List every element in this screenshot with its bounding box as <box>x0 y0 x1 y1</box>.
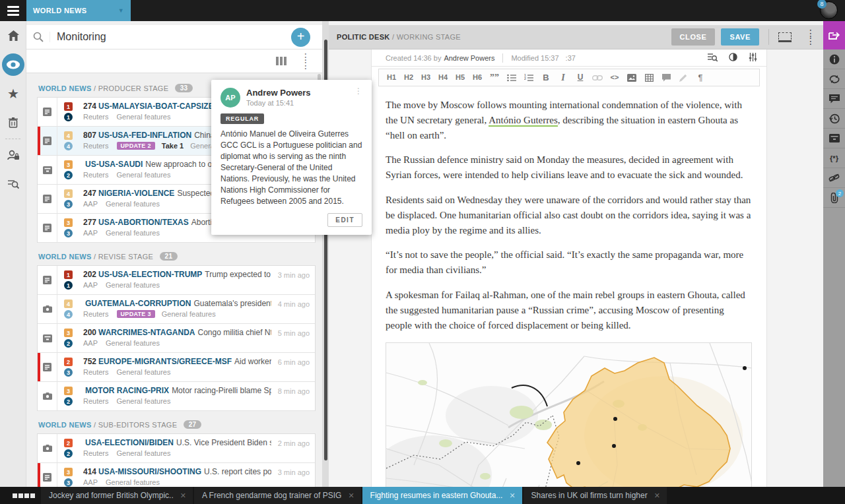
workqueue-tab[interactable]: Shares in UK oil firms turn higher✕ <box>524 487 667 504</box>
history-icon[interactable] <box>823 109 845 129</box>
list-item[interactable]: 33 414USA-MISSOURI/SHOOTINGU.S. report c… <box>38 463 315 487</box>
unlink-icon[interactable] <box>823 168 845 188</box>
hamburger-menu-icon[interactable] <box>0 0 26 21</box>
list-item[interactable]: 23 752EUROPE-MIGRANTS/GREECE-MSFAid work… <box>38 353 315 382</box>
trash-icon[interactable] <box>0 108 26 137</box>
create-item-button[interactable]: + <box>291 28 310 47</box>
packages-archive-icon[interactable] <box>823 129 845 148</box>
bullet-list-icon[interactable] <box>503 69 520 86</box>
monitoring-title: Monitoring <box>50 31 106 43</box>
h1-button[interactable]: H1 <box>383 69 400 86</box>
advanced-search-icon[interactable] <box>0 170 26 199</box>
workspace-selector[interactable]: WORLD NEWS ▼ <box>26 0 131 21</box>
article-body[interactable]: The move by Moscow follows mounting inte… <box>372 86 766 332</box>
item-time: 3 min ago <box>273 266 315 294</box>
picture-item-icon <box>38 382 57 410</box>
bold-button[interactable]: B <box>537 69 555 86</box>
priority-badge: 2 <box>64 439 73 447</box>
comments-icon[interactable] <box>823 89 845 109</box>
attachments-count-badge: 2 <box>836 189 844 197</box>
flag-indicator <box>38 127 40 155</box>
urgency-badge: 2 <box>64 171 73 179</box>
list-item[interactable]: 32 MOTOR RACING-PRIXMotor racing-Pirelli… <box>38 382 315 411</box>
user-menu[interactable]: 8 <box>820 1 840 21</box>
stage-count-badge: 33 <box>175 84 193 92</box>
assignments-lock-icon[interactable] <box>0 141 26 170</box>
urgency-badge: 1 <box>64 113 73 121</box>
item-time: 2 min ago <box>273 434 315 462</box>
close-icon[interactable]: ✕ <box>348 491 354 500</box>
h4-button[interactable]: H4 <box>434 69 452 86</box>
stage-header[interactable]: WORLD NEWS / REVISE STAGE 21 <box>38 252 316 261</box>
info-icon[interactable] <box>823 49 845 69</box>
send-to-icon[interactable] <box>823 21 845 49</box>
workqueue-tab[interactable]: Jockey and former British Olympic..✕ <box>41 487 193 504</box>
search-icon[interactable] <box>26 32 50 42</box>
priority-badge: 2 <box>64 358 73 366</box>
list-item[interactable]: 22 USA-ELECTIONI/BIDENU.S. Vice Presiden… <box>38 434 315 463</box>
paragraph: Residents said on Wednesday they were un… <box>386 193 752 237</box>
embedded-map-image <box>386 342 752 487</box>
macros-icon[interactable]: {*} <box>823 148 845 168</box>
underline-button[interactable]: U <box>572 69 589 86</box>
close-button[interactable]: CLOSE <box>671 28 716 46</box>
image-icon[interactable] <box>623 69 640 86</box>
urgency-badge: 1 <box>64 281 73 290</box>
update-badge: UPDATE 3 <box>117 310 155 318</box>
list-item[interactable]: 44 GUATEMALA-CORRUPTIONGuatemala's presi… <box>38 295 315 324</box>
monitoring-icon[interactable] <box>2 53 24 76</box>
h2-button[interactable]: H2 <box>400 69 417 86</box>
workqueue-grid-icon[interactable] <box>12 493 36 498</box>
popup-menu-icon[interactable]: ⋮ <box>355 88 362 95</box>
code-button[interactable]: <> <box>606 69 623 86</box>
table-icon[interactable] <box>640 69 658 86</box>
save-button[interactable]: SAVE <box>721 28 759 46</box>
pilcrow-button[interactable]: ¶ <box>692 69 709 86</box>
close-icon[interactable]: ✕ <box>509 491 515 500</box>
edit-button[interactable]: EDIT <box>327 213 362 227</box>
text-item-icon <box>38 98 57 126</box>
columns-view-icon[interactable] <box>276 57 287 65</box>
starred-icon[interactable]: ★ <box>0 79 26 108</box>
italic-button[interactable]: I <box>555 69 572 86</box>
annotation-link[interactable]: António Guterres <box>489 115 558 127</box>
text-item-icon <box>38 127 57 155</box>
popup-time: Today at 15:41 <box>246 99 311 107</box>
workqueue-bar: Jockey and former British Olympic..✕ A F… <box>0 487 845 504</box>
find-replace-icon[interactable] <box>708 53 718 63</box>
settings-sliders-icon[interactable] <box>749 53 757 63</box>
panel-menu-icon[interactable]: ⋮⋮ <box>301 53 310 70</box>
workqueue-tab[interactable]: A French gendarme dog trainer of PSIG✕ <box>194 487 361 504</box>
format-toolbar: H1 H2 H3 H4 H5 H6 ”” 12 B I U <> ¶ <box>378 69 760 86</box>
breadcrumb: POLITIC DESK / WORKING STAGE <box>337 33 461 41</box>
urgency-badge: 2 <box>64 449 73 458</box>
flag-indicator <box>38 463 40 487</box>
versions-sync-icon[interactable] <box>823 69 845 89</box>
svg-text:2: 2 <box>524 77 526 80</box>
stage-header[interactable]: WORLD NEWS / SUB-EDITORS STAGE 27 <box>38 420 316 429</box>
close-icon[interactable]: ✕ <box>180 491 186 500</box>
close-icon[interactable]: ✕ <box>654 491 660 500</box>
ordered-list-icon[interactable]: 12 <box>520 69 537 86</box>
item-time: 8 min ago <box>273 382 315 410</box>
minimize-icon[interactable] <box>778 32 792 42</box>
h5-button[interactable]: H5 <box>452 69 469 86</box>
paragraph: A spokesman for Failaq al-Rahman, one of… <box>386 288 752 332</box>
comment-icon[interactable] <box>658 69 675 86</box>
contrast-icon[interactable] <box>729 53 737 63</box>
annotate-pencil-icon[interactable] <box>675 69 692 86</box>
authoring-panel: POLITIC DESK / WORKING STAGE CLOSE SAVE … <box>329 21 823 487</box>
authoring-menu-icon[interactable]: ⋮⋮ <box>806 29 815 45</box>
stage-list: 11 202US-USA-ELECTION-TRUMPTrump expecte… <box>37 265 316 411</box>
home-icon[interactable] <box>0 21 26 50</box>
attachments-icon[interactable]: 2 <box>823 188 845 208</box>
urgency-badge: 3 <box>64 478 73 487</box>
list-item[interactable]: 32 200WARCRIMES-NTAGANDACongo militia ch… <box>38 324 315 353</box>
blockquote-icon[interactable]: ”” <box>486 69 503 86</box>
stage-count-badge: 21 <box>160 252 178 261</box>
link-icon[interactable] <box>589 69 606 86</box>
h3-button[interactable]: H3 <box>417 69 434 86</box>
h6-button[interactable]: H6 <box>469 69 486 86</box>
list-item[interactable]: 11 202US-USA-ELECTION-TRUMPTrump expecte… <box>38 266 315 295</box>
workqueue-tab-active[interactable]: Fighting resumes in eastern Ghouta...✕ <box>362 487 522 504</box>
